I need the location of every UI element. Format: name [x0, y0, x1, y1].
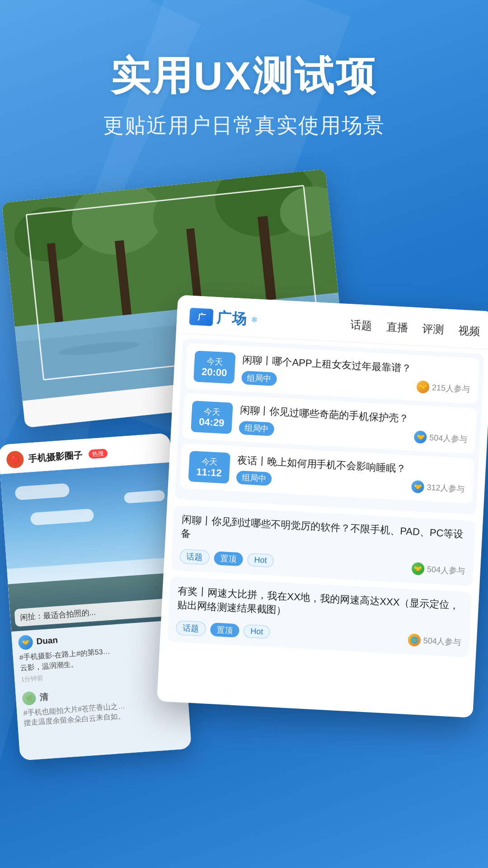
wide-chat-title-2: 有奖丨网速大比拼，我在XX地，我的网速高达XXX（显示定位，贴出网络测速结果截图… — [177, 584, 463, 627]
sub-title: 更贴近用户日常真实使用场景 — [0, 112, 488, 140]
nav-tabs: 话题 直播 评测 视频 — [350, 317, 480, 339]
participants-1: 🤝 215人参与 — [416, 380, 470, 396]
nav-tab-video[interactable]: 视频 — [458, 323, 481, 339]
mobile-clouds — [5, 472, 174, 577]
mobile-img-area: 闲扯：最适合拍照的... — [0, 462, 183, 632]
time-day-3: 今天 — [201, 456, 218, 467]
nav-tab-live[interactable]: 直播 — [386, 320, 408, 335]
tag-zuji-2: 组局中 — [239, 420, 274, 436]
participant-count-wide-2: 504人参与 — [423, 635, 461, 647]
participant-icon-3: 🤝 — [411, 480, 424, 493]
participant-count-2: 504人参与 — [429, 432, 468, 444]
mobile-msg-text: 闲扯：最适合拍照的... — [20, 608, 96, 622]
tag-hot-1[interactable]: Hot — [247, 553, 274, 568]
cloud-1 — [15, 483, 70, 500]
cards-container: 广 广场 ❄ 话题 直播 评测 视频 今天 20:00 — [0, 167, 488, 868]
logo-star: ❄ — [251, 315, 258, 325]
time-box-3: 今天 11:12 — [188, 451, 230, 484]
tag-pin-2[interactable]: 置顶 — [210, 623, 239, 637]
mobile-group-name: 手机摄影圈子 — [28, 449, 83, 465]
mobile-poster-name-2: 清 — [39, 691, 48, 703]
participant-icon-wide-1: 🤝 — [411, 562, 424, 575]
tag-pin-1[interactable]: 置顶 — [214, 551, 243, 566]
time-value-1: 20:00 — [201, 367, 227, 379]
time-value-3: 11:12 — [196, 467, 222, 479]
wide-chat-item-2[interactable]: 有奖丨网速大比拼，我在XX地，我的网速高达XXX（显示定位，贴出网络测速结果截图… — [167, 576, 472, 657]
wide-chat-title-1: 闲聊丨你见到过哪些不明觉厉的软件？不限手机、PAD、PC等设备 — [181, 513, 467, 556]
participant-icon-1: 🤝 — [416, 380, 429, 393]
participant-count-1: 215人参与 — [432, 382, 470, 395]
timed-chat-group: 今天 20:00 闲聊丨哪个APP上租女友过年最靠谱？ 组局中 🤝 215人参与 — [174, 338, 484, 515]
chat-item-1[interactable]: 今天 20:00 闲聊丨哪个APP上租女友过年最靠谱？ 组局中 🤝 215人参与 — [185, 343, 479, 404]
app-card: 广 广场 ❄ 话题 直播 评测 视频 今天 20:00 — [157, 295, 488, 717]
mobile-poster-avatar-1: 🤝 — [18, 635, 33, 650]
wide-chat-item-1[interactable]: 闲聊丨你见到过哪些不明觉厉的软件？不限手机、PAD、PC等设备 话题 置顶 Ho… — [171, 505, 476, 586]
logo-icon: 广 — [189, 308, 214, 326]
chat-content-3: 夜话丨晚上如何用手机不会影响睡眠？ 组局中 🤝 312人参与 — [236, 453, 466, 496]
chat-item-2[interactable]: 今天 04:29 闲聊丨你见过哪些奇葩的手机保护壳？ 组局中 🤝 504人参与 — [182, 393, 477, 454]
participants-3: 🤝 312人参与 — [411, 480, 465, 495]
time-day-1: 今天 — [206, 356, 223, 368]
header-section: 实用UX测试项 更贴近用户日常真实使用场景 — [0, 0, 488, 140]
mobile-poster-name-1: Duan — [36, 635, 58, 646]
tag-topic-2[interactable]: 话题 — [176, 620, 206, 636]
participants-wide-1: 🤝 504人参与 — [411, 562, 465, 577]
participant-count-wide-1: 504人参与 — [427, 564, 465, 576]
app-logo: 广 广场 ❄ — [189, 307, 258, 330]
tags-row-2: 话题 置顶 Hot — [176, 620, 270, 640]
chat-list: 今天 20:00 闲聊丨哪个APP上租女友过年最靠谱？ 组局中 🤝 215人参与 — [160, 333, 488, 668]
tag-hot-2[interactable]: Hot — [244, 624, 270, 639]
time-box-2: 今天 04:29 — [191, 401, 233, 434]
mobile-badge: 热搜 — [88, 448, 108, 459]
chat-content-2: 闲聊丨你见过哪些奇葩的手机保护壳？ 组局中 🤝 504人参与 — [239, 403, 469, 446]
participants-wide-2: 🌐 504人参与 — [408, 633, 461, 649]
participant-icon-2: 🤝 — [414, 430, 427, 443]
cloud-2 — [124, 490, 165, 504]
tag-zuji-1: 组局中 — [241, 371, 277, 386]
logo-text: 广场 — [216, 308, 248, 329]
nav-tab-review[interactable]: 评测 — [422, 321, 445, 337]
tag-zuji-3: 组局中 — [236, 471, 272, 486]
tags-row-1: 话题 置顶 Hot — [179, 549, 274, 568]
participant-icon-wide-2: 🌐 — [408, 633, 421, 646]
mobile-poster-avatar-2: 🌿 — [22, 691, 36, 706]
time-value-2: 04:29 — [199, 416, 225, 429]
chat-content-1: 闲聊丨哪个APP上租女友过年最靠谱？ 组局中 🤝 215人参与 — [241, 353, 471, 396]
mobile-avatar: 🔴 — [6, 450, 24, 469]
time-box-1: 今天 20:00 — [193, 350, 235, 383]
participants-2: 🤝 504人参与 — [414, 430, 468, 446]
cloud-3 — [30, 509, 94, 526]
participant-count-3: 312人参与 — [427, 482, 465, 495]
time-day-2: 今天 — [204, 406, 221, 418]
chat-item-3[interactable]: 今天 11:12 夜话丨晚上如何用手机不会影响睡眠？ 组局中 🤝 312人参与 — [180, 443, 474, 504]
main-title: 实用UX测试项 — [0, 54, 488, 98]
nav-tab-topics[interactable]: 话题 — [350, 317, 372, 333]
tag-topic-1[interactable]: 话题 — [179, 549, 210, 565]
